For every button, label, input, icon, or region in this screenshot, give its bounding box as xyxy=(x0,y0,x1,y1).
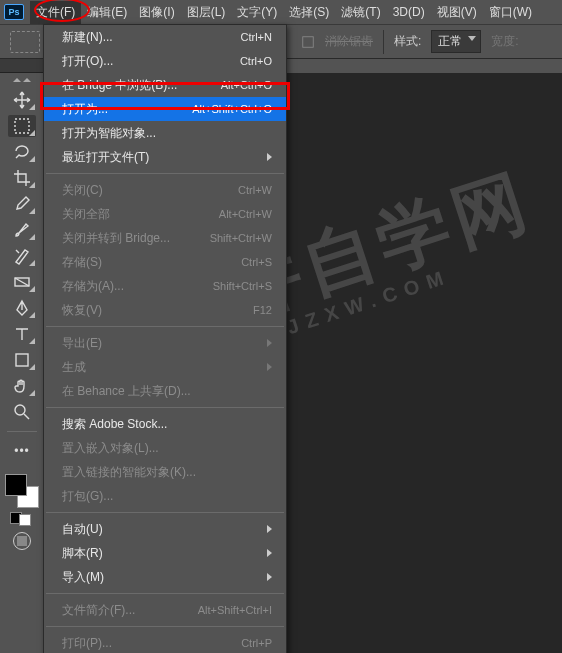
style-label: 样式: xyxy=(394,33,421,50)
menu-item: 生成 xyxy=(44,355,286,379)
menu-item[interactable]: 导入(M) xyxy=(44,565,286,589)
submenu-arrow-icon xyxy=(267,153,272,161)
menu-item[interactable]: 打开为智能对象... xyxy=(44,121,286,145)
menu-item-label: 脚本(R) xyxy=(62,545,103,561)
menu-item-label: 导出(E) xyxy=(62,335,102,351)
menu-file[interactable]: 文件(F) xyxy=(30,1,81,24)
menu-item-label: 搜索 Adobe Stock... xyxy=(62,416,167,432)
menubar: Ps 文件(F) 编辑(E) 图像(I) 图层(L) 文字(Y) 选择(S) 滤… xyxy=(0,0,562,24)
type-tool[interactable] xyxy=(8,323,36,345)
style-value: 正常 xyxy=(438,34,462,48)
menu-window[interactable]: 窗口(W) xyxy=(483,1,538,24)
menu-item[interactable]: 打开为...Alt+Shift+Ctrl+O xyxy=(44,97,286,121)
marquee-tool[interactable] xyxy=(8,115,36,137)
menu-separator xyxy=(46,173,284,174)
menu-item-shortcut: Alt+Ctrl+O xyxy=(221,77,272,93)
menu-item: 置入嵌入对象(L)... xyxy=(44,436,286,460)
menu-item-label: 自动(U) xyxy=(62,521,103,537)
menu-item-label: 关闭全部 xyxy=(62,206,110,222)
menu-item-label: 打开为... xyxy=(62,101,108,117)
style-select[interactable]: 正常 xyxy=(431,30,481,53)
menu-item[interactable]: 搜索 Adobe Stock... xyxy=(44,412,286,436)
submenu-arrow-icon xyxy=(267,339,272,347)
gradient-tool[interactable] xyxy=(8,271,36,293)
menu-item[interactable]: 最近打开文件(T) xyxy=(44,145,286,169)
menu-view[interactable]: 视图(V) xyxy=(431,1,483,24)
menu-edit[interactable]: 编辑(E) xyxy=(81,1,133,24)
brush-tool[interactable] xyxy=(8,219,36,241)
menu-item: 打包(G)... xyxy=(44,484,286,508)
menu-item[interactable]: 新建(N)...Ctrl+N xyxy=(44,25,286,49)
menu-item: 存储为(A)...Shift+Ctrl+S xyxy=(44,274,286,298)
menu-item-shortcut: Alt+Shift+Ctrl+O xyxy=(192,101,272,117)
doc-tab-strip xyxy=(0,59,44,73)
menu-item[interactable]: 在 Bridge 中浏览(B)...Alt+Ctrl+O xyxy=(44,73,286,97)
menu-item-label: 新建(N)... xyxy=(62,29,113,45)
panel-grip-icon[interactable] xyxy=(7,77,37,83)
quickmask-icon[interactable] xyxy=(13,532,31,550)
menu-layer[interactable]: 图层(L) xyxy=(181,1,232,24)
eyedropper-tool[interactable] xyxy=(8,193,36,215)
menu-item-shortcut: Alt+Shift+Ctrl+I xyxy=(198,602,272,618)
chevron-down-icon xyxy=(468,36,476,41)
svg-point-4 xyxy=(15,405,25,415)
zoom-tool[interactable] xyxy=(8,401,36,423)
menu-item-label: 打包(G)... xyxy=(62,488,113,504)
lasso-tool[interactable] xyxy=(8,141,36,163)
menu-item-shortcut: Ctrl+O xyxy=(240,53,272,69)
foreground-swatch[interactable] xyxy=(5,474,27,496)
menu-item: 文件简介(F)...Alt+Shift+Ctrl+I xyxy=(44,598,286,622)
menu-select[interactable]: 选择(S) xyxy=(283,1,335,24)
menu-image[interactable]: 图像(I) xyxy=(133,1,180,24)
menu-item: 打印(P)...Ctrl+P xyxy=(44,631,286,653)
width-label: 宽度: xyxy=(491,33,518,50)
menu-item-label: 导入(M) xyxy=(62,569,104,585)
file-menu: 新建(N)...Ctrl+N打开(O)...Ctrl+O在 Bridge 中浏览… xyxy=(43,24,287,653)
menu-item-label: 在 Bridge 中浏览(B)... xyxy=(62,77,177,93)
tools-panel: ••• xyxy=(0,73,44,550)
menu-item: 关闭(C)Ctrl+W xyxy=(44,178,286,202)
menu-item: 关闭全部Alt+Ctrl+W xyxy=(44,202,286,226)
pen-tool[interactable] xyxy=(8,297,36,319)
move-tool[interactable] xyxy=(8,89,36,111)
menu-item: 置入链接的智能对象(K)... xyxy=(44,460,286,484)
menu-item-label: 存储为(A)... xyxy=(62,278,124,294)
color-swatches[interactable] xyxy=(5,474,39,508)
menu-filter[interactable]: 滤镜(T) xyxy=(335,1,386,24)
menu-item-shortcut: Alt+Ctrl+W xyxy=(219,206,272,222)
menu-item[interactable]: 打开(O)...Ctrl+O xyxy=(44,49,286,73)
marquee-preview-icon[interactable] xyxy=(10,31,40,53)
menu-item-label: 关闭并转到 Bridge... xyxy=(62,230,170,246)
menu-item-label: 文件简介(F)... xyxy=(62,602,135,618)
menu-item-label: 打印(P)... xyxy=(62,635,112,651)
shape-tool[interactable] xyxy=(8,349,36,371)
menu-item-shortcut: Ctrl+W xyxy=(238,182,272,198)
crop-tool[interactable] xyxy=(8,167,36,189)
tool-separator xyxy=(7,431,37,432)
menu-item-label: 存储(S) xyxy=(62,254,102,270)
menu-item-label: 生成 xyxy=(62,359,86,375)
menu-item-shortcut: F12 xyxy=(253,302,272,318)
menu-item[interactable]: 脚本(R) xyxy=(44,541,286,565)
history-brush-tool[interactable] xyxy=(8,245,36,267)
edit-toolbar[interactable]: ••• xyxy=(8,440,36,462)
menu-item-label: 在 Behance 上共享(D)... xyxy=(62,383,191,399)
menu-item-label: 关闭(C) xyxy=(62,182,103,198)
divider xyxy=(383,30,384,54)
antialiasing-icon xyxy=(301,35,315,49)
submenu-arrow-icon xyxy=(267,573,272,581)
svg-rect-1 xyxy=(15,119,29,133)
svg-rect-0 xyxy=(303,36,314,47)
menu-type[interactable]: 文字(Y) xyxy=(231,1,283,24)
menu-item: 在 Behance 上共享(D)... xyxy=(44,379,286,403)
menu-3d[interactable]: 3D(D) xyxy=(387,2,431,22)
menu-separator xyxy=(46,326,284,327)
default-colors-icon[interactable] xyxy=(10,512,34,526)
ps-logo-icon: Ps xyxy=(4,4,24,20)
menu-item[interactable]: 自动(U) xyxy=(44,517,286,541)
hand-tool[interactable] xyxy=(8,375,36,397)
antialiasing-label: 消除锯齿 xyxy=(325,33,373,50)
menu-item: 导出(E) xyxy=(44,331,286,355)
menu-item-label: 置入嵌入对象(L)... xyxy=(62,440,159,456)
menu-item: 关闭并转到 Bridge...Shift+Ctrl+W xyxy=(44,226,286,250)
